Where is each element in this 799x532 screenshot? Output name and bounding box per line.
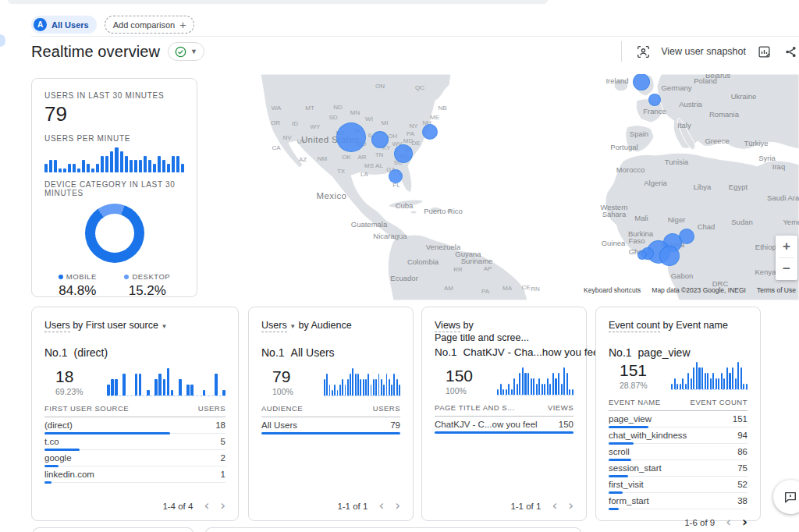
search-bar-remnant xyxy=(8,0,548,4)
keyboard-shortcuts-link[interactable]: Keyboard shortcuts xyxy=(584,286,641,294)
map-user-circles xyxy=(201,74,799,300)
prev-page-icon[interactable]: ‹ xyxy=(726,516,731,529)
realtime-overview-page: A All Users Add comparison + Realtime ov… xyxy=(0,0,799,532)
top-item-pct: 69.23% xyxy=(55,387,101,396)
pagination-label: 1-1 of 1 xyxy=(337,502,368,511)
device-legend: MOBILE 84.8% DESKTOP 15.2% xyxy=(44,272,184,299)
title-row: Realtime overview ▼ View user snapshot xyxy=(31,39,799,64)
prev-page-icon[interactable]: ‹ xyxy=(552,499,557,512)
column-header: PAGE TITLE AND S... xyxy=(435,403,515,412)
table-body: (direct)18t.co5google2linkedin.com1 xyxy=(44,417,225,483)
users-30min-value: 79 xyxy=(44,102,184,126)
table-row[interactable]: ChatKJV - C...ow you feel150 xyxy=(435,417,574,433)
table-row[interactable]: t.co5 xyxy=(44,434,225,450)
top-item-name: (direct) xyxy=(74,346,108,359)
map-user-circle xyxy=(389,169,403,183)
card-users-by-first-user-source: Users by First user source ▼ No.1(direct… xyxy=(31,307,239,521)
comparison-bar: A All Users Add comparison + xyxy=(31,16,194,34)
zoom-out-button[interactable]: − xyxy=(776,258,797,280)
card-title-metric-selector[interactable]: Users ▼ by Audience xyxy=(261,320,400,345)
map-user-circle xyxy=(422,124,438,140)
data-status-dropdown[interactable]: ▼ xyxy=(168,42,204,61)
green-check-icon xyxy=(175,46,186,58)
table-row[interactable]: google2 xyxy=(44,450,225,466)
column-header: EVENT COUNT xyxy=(691,398,748,406)
top-item-pct: 100% xyxy=(272,387,318,396)
next-page-icon[interactable]: › xyxy=(395,499,400,512)
rank-label: No.1 xyxy=(261,346,285,359)
prev-page-icon[interactable]: ‹ xyxy=(204,499,209,512)
column-header: USERS xyxy=(198,404,225,413)
desktop-pct: 15.2% xyxy=(124,283,170,299)
card-views-by-page-title: Views by Page title and scree... No.1Cha… xyxy=(421,307,587,521)
next-page-icon[interactable]: › xyxy=(742,516,748,529)
user-snapshot-icon[interactable] xyxy=(634,43,652,60)
mobile-pct: 84.8% xyxy=(59,283,97,299)
map-user-circle xyxy=(648,94,661,106)
table-row[interactable]: chat_with_kindness94 xyxy=(609,427,748,444)
card-title-metric-selector[interactable]: Event count by Event name xyxy=(609,320,748,345)
add-comparison-button[interactable]: Add comparison + xyxy=(105,16,195,34)
table-row[interactable]: (direct)18 xyxy=(44,417,225,434)
table-body: All Users79 xyxy=(261,417,400,434)
pagination-label: 1-4 of 4 xyxy=(162,502,193,511)
map-attribution: Keyboard shortcuts Map data ©2023 Google… xyxy=(201,286,799,294)
sparkline-chart xyxy=(324,368,400,396)
table-row[interactable]: linkedin.com1 xyxy=(44,466,225,483)
users-per-minute-label: USERS PER MINUTE xyxy=(44,134,184,143)
top-item-value: 150 xyxy=(446,367,491,384)
zoom-in-button[interactable]: + xyxy=(776,236,797,257)
divider xyxy=(31,36,799,37)
feedback-button[interactable] xyxy=(773,480,799,514)
world-map[interactable]: WAORIDMTWYNDSDMNNENVUTCAAZNMOKIAMOARTXLA… xyxy=(201,74,799,300)
next-page-icon[interactable]: › xyxy=(568,499,574,512)
page-title: Realtime overview xyxy=(31,43,160,61)
top-item-pct: 28.87% xyxy=(620,381,665,390)
table-row[interactable]: scroll86 xyxy=(609,444,748,460)
column-header: FIRST USER SOURCE xyxy=(44,404,129,413)
rank-label: No.1 xyxy=(609,346,632,359)
map-user-circle xyxy=(633,74,650,90)
all-users-chip[interactable]: A All Users xyxy=(31,16,97,34)
table-row[interactable]: page_view151 xyxy=(609,411,748,427)
table-body: page_view151chat_with_kindness94scroll86… xyxy=(609,411,748,509)
card-title-metric-selector[interactable]: Views by Page title and scree... xyxy=(435,320,574,345)
caret-icon: ▼ xyxy=(289,323,296,330)
map-data-credit: Map data ©2023 Google, INEGI xyxy=(652,286,746,294)
top-item-name: ChatKJV - Cha...how you feel xyxy=(463,346,602,358)
top-item-value: 18 xyxy=(55,368,101,385)
next-page-icon[interactable]: › xyxy=(220,499,225,512)
top-item-name: page_view xyxy=(638,346,691,359)
pagination-label: 1-6 of 9 xyxy=(684,518,715,527)
legend-desktop: DESKTOP 15.2% xyxy=(124,272,170,299)
table-row[interactable]: All Users79 xyxy=(261,417,400,434)
card-event-count-by-event-name: Event count by Event name No.1page_view … xyxy=(595,307,761,521)
table-row[interactable]: form_start38 xyxy=(609,493,748,509)
top-item-pct: 100% xyxy=(446,386,491,395)
card-title-metric-selector[interactable]: Users by First user source ▼ xyxy=(44,320,225,345)
feedback-icon xyxy=(783,490,797,504)
table-row[interactable]: session_start75 xyxy=(609,460,748,477)
table-row[interactable]: first_visit52 xyxy=(609,477,748,493)
rank-label: No.1 xyxy=(435,346,457,358)
column-header: AUDIENCE xyxy=(261,404,303,413)
rank-label: No.1 xyxy=(44,346,68,359)
top-item-value: 79 xyxy=(272,368,318,385)
next-row-card-remnant xyxy=(205,527,581,532)
sparkline-chart xyxy=(497,367,574,395)
column-header: EVENT NAME xyxy=(609,398,661,406)
column-header: VIEWS xyxy=(548,403,574,412)
pagination-label: 1-1 of 1 xyxy=(510,502,541,511)
desktop-dot-icon xyxy=(124,275,129,279)
map-zoom-control: + − xyxy=(776,236,797,280)
terms-of-use-link[interactable]: Terms of Use xyxy=(757,286,796,294)
header-controls: View user snapshot xyxy=(621,41,799,62)
share-icon[interactable] xyxy=(782,43,799,60)
map-user-circle xyxy=(336,122,366,152)
view-user-snapshot-label[interactable]: View user snapshot xyxy=(661,46,746,57)
sparkline-chart xyxy=(107,368,225,396)
prev-page-icon[interactable]: ‹ xyxy=(378,499,384,512)
legend-mobile: MOBILE 84.8% xyxy=(59,272,97,299)
device-category-donut-chart xyxy=(85,204,144,263)
customize-report-icon[interactable] xyxy=(755,43,772,60)
